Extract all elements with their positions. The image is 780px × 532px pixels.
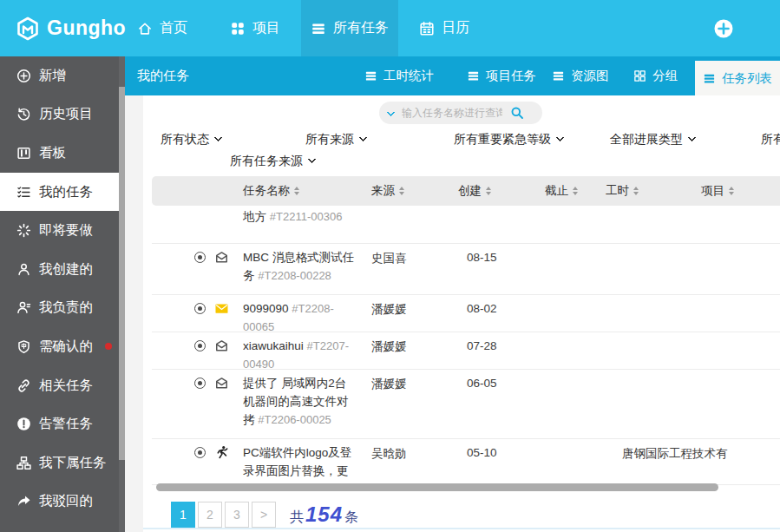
sidebar-item-相关任务[interactable]: 相关任务 [0, 366, 119, 405]
sort-icon[interactable] [573, 187, 578, 195]
sidebar-item-label: 看板 [39, 144, 66, 162]
search-input[interactable] [400, 106, 504, 120]
task-name: PC端软件内logo及登录界面图片替换，更改公司名称 [243, 446, 351, 485]
sidebar-item-我驳回的[interactable]: 我驳回的 [0, 483, 119, 522]
task-name-cell[interactable]: 提供了 局域网内2台机器间的高速文件对拷 #T2206-00025 [243, 374, 357, 429]
task-search-box[interactable] [379, 102, 542, 124]
sidebar-item-看板[interactable]: 看板 [0, 134, 119, 173]
sort-icon[interactable] [399, 187, 404, 195]
column-header-截止[interactable]: 截止 [545, 176, 578, 206]
sidebar-scrollbar-track[interactable] [119, 56, 125, 532]
sort-icon[interactable] [486, 187, 491, 195]
task-name-cell[interactable]: xiawukaihui #T2207-00490 [243, 337, 357, 370]
column-header-任务名称[interactable]: 任务名称 [243, 176, 299, 206]
sidebar-item-label: 即将要做 [39, 221, 93, 240]
task-created-cell: 06-05 [467, 377, 497, 390]
sidebar-item-我负责的[interactable]: 我负责的 [0, 289, 119, 328]
alert-icon [16, 417, 31, 431]
notification-badge-dot [105, 343, 112, 350]
column-header-label: 创建 [458, 183, 482, 199]
task-name: 9099090 [243, 302, 289, 315]
tab-任务列表[interactable]: 任务列表 [695, 61, 780, 95]
radio-selected-icon[interactable] [194, 303, 206, 314]
top-nav-item-首页[interactable]: 首页 [128, 0, 196, 56]
tab-资源图[interactable]: 资源图 [552, 56, 609, 95]
top-nav-item-所有任务[interactable]: 所有任务 [301, 0, 398, 56]
column-header-来源[interactable]: 来源 [371, 176, 404, 206]
tab-label: 资源图 [571, 68, 609, 84]
brand-name: Gungho [47, 16, 126, 40]
chevron-down-icon [556, 134, 565, 142]
sidebar-scrollbar-thumb[interactable] [119, 87, 125, 460]
task-created-cell: 07-28 [467, 339, 497, 352]
calendar-icon [419, 21, 435, 36]
filter-dropdown-所有重要紧急等级[interactable]: 所有重要紧急等级 [454, 132, 563, 148]
top-nav-label: 项目 [252, 19, 280, 37]
task-table-row[interactable]: PC端软件内logo及登录界面图片替换，更改公司名称吴晗勋05-10唐钢国际工程… [152, 439, 780, 485]
page-button-2[interactable]: 2 [198, 502, 222, 528]
page-button-3[interactable]: 3 [225, 502, 249, 528]
filter-dropdown-所有[interactable]: 所有 [761, 132, 780, 148]
radio-selected-icon[interactable] [194, 447, 206, 458]
sidebar-item-我下属任务[interactable]: 我下属任务 [0, 443, 119, 483]
sidebar-item-告警任务[interactable]: 告警任务 [0, 404, 119, 443]
sidebar-item-我创建的[interactable]: 我创建的 [0, 250, 119, 289]
search-chevron-down-icon[interactable] [387, 108, 396, 116]
page-button-1[interactable]: 1 [171, 502, 195, 528]
sidebar-item-label: 我驳回的 [39, 492, 93, 510]
task-name-cell[interactable]: 9099090 #T2208-00065 [243, 299, 357, 332]
sidebar-item-我的任务[interactable]: 我的任务 [0, 173, 119, 212]
sidebar-item-label: 告警任务 [39, 415, 93, 433]
sort-icon[interactable] [633, 187, 639, 195]
column-header-创建[interactable]: 创建 [458, 176, 491, 206]
filter-dropdown-所有任务来源[interactable]: 所有任务来源 [230, 154, 315, 169]
radio-selected-icon[interactable] [194, 252, 206, 263]
sidebar-item-label: 需确认的 [39, 338, 93, 356]
radio-selected-icon[interactable] [194, 378, 206, 389]
column-header-label: 项目 [701, 183, 724, 199]
filter-dropdown-所有来源[interactable]: 所有来源 [305, 132, 366, 148]
top-nav-item-日历[interactable]: 日历 [410, 0, 478, 56]
task-table-row[interactable]: 9099090 #T2208-00065潘媛媛08-02 [152, 295, 780, 332]
filter-dropdown-全部进展类型[interactable]: 全部进展类型 [610, 132, 695, 148]
sidebar-item-即将要做[interactable]: 即将要做 [0, 211, 119, 250]
task-source-cell: 吴晗勋 [371, 446, 407, 462]
filter-dropdown-所有状态[interactable]: 所有状态 [161, 132, 221, 148]
sidebar-item-label: 历史项目 [39, 105, 93, 123]
add-button[interactable] [714, 19, 733, 38]
tab-工时统计[interactable]: 工时统计 [364, 56, 434, 95]
top-nav-item-项目[interactable]: 项目 [221, 0, 289, 56]
total-count: 共154条 [290, 502, 358, 527]
task-name-cell[interactable]: PC端软件内logo及登录界面图片替换，更改公司名称 [243, 443, 357, 485]
task-table-row[interactable]: xiawukaihui #T2207-00490潘媛媛07-28 [152, 332, 780, 370]
chevron-down-icon [359, 134, 368, 142]
search-icon[interactable] [510, 106, 524, 120]
task-id: #T2206-00025 [258, 413, 331, 426]
task-source-cell: 史国喜 [371, 251, 407, 266]
horizontal-scrollbar-thumb[interactable] [156, 483, 718, 491]
task-source-cell: 潘媛媛 [371, 339, 407, 355]
task-table-row[interactable]: MBC 消息格式测试任务 #T2208-00228史国喜08-15 [152, 244, 780, 295]
top-nav-label: 所有任务 [333, 19, 389, 37]
tab-分组[interactable]: 分组 [633, 56, 678, 95]
task-table-row[interactable]: 提供了 局域网内2台机器间的高速文件对拷 #T2206-00025潘媛媛06-0… [152, 370, 780, 439]
radio-selected-icon[interactable] [194, 340, 206, 351]
task-name-cell[interactable]: MBC 消息格式测试任务 #T2208-00228 [243, 248, 357, 285]
next-page-button[interactable]: > [252, 502, 276, 528]
sidebar-item-需确认的[interactable]: 需确认的 [0, 327, 119, 366]
tab-项目任务[interactable]: 项目任务 [467, 56, 536, 95]
link-icon [16, 378, 31, 393]
task-name-cell[interactable]: 地方 #T2211-00306 [243, 207, 357, 226]
task-name: 地方 [243, 210, 266, 223]
column-header-工时[interactable]: 工时 [606, 176, 639, 206]
task-table-row[interactable]: 地方 #T2211-00306 [152, 206, 780, 244]
sort-icon[interactable] [729, 187, 734, 195]
sort-icon[interactable] [294, 187, 299, 195]
sidebar-item-新增[interactable]: 新增 [0, 56, 119, 95]
filter-label: 所有状态 [161, 132, 209, 146]
column-header-项目[interactable]: 项目 [701, 176, 734, 206]
task-created-cell: 08-02 [467, 302, 497, 315]
brand-logo[interactable]: Gungho [16, 0, 126, 56]
sidebar-item-label: 我负责的 [39, 299, 93, 317]
sidebar-item-历史项目[interactable]: 历史项目 [0, 95, 119, 135]
